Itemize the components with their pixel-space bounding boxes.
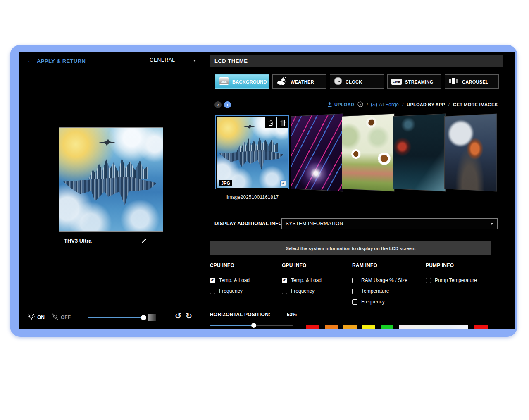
light-on-label[interactable]: ON xyxy=(37,315,45,320)
thumbnail-spaceship-moon[interactable] xyxy=(444,113,497,191)
selected-image-filename: Iimage20251001161817 xyxy=(215,194,289,200)
cpu-temp-load-option[interactable]: Temp. & Load xyxy=(210,277,276,283)
checkbox[interactable] xyxy=(352,299,357,305)
clock-icon xyxy=(334,77,342,87)
horizontal-position-value: 53% xyxy=(287,312,297,317)
tab-clock[interactable]: CLOCK xyxy=(330,74,384,89)
option-label: Temperature xyxy=(361,288,389,294)
tab-background[interactable]: BACKGROUND xyxy=(215,74,269,89)
hint-bar: Select the system information to display… xyxy=(210,241,491,255)
upload-by-app-link[interactable]: UPLOAD BY APP xyxy=(407,102,445,107)
separator: / xyxy=(448,102,450,107)
light-on-icon[interactable] xyxy=(27,313,35,322)
ram-info-group: RAM INFO RAM Usage % / Size Temperature … xyxy=(352,261,418,305)
info-icon[interactable] xyxy=(357,101,363,108)
page-title-bar: LCD THEME xyxy=(210,55,503,67)
color-swatch[interactable] xyxy=(399,325,468,329)
thumbnail-surreal-eyeball-landscape[interactable] xyxy=(342,113,394,191)
slider-thumb[interactable] xyxy=(141,315,146,320)
option-label: Temp. & Load xyxy=(291,277,322,283)
group-title: GPU INFO xyxy=(282,261,348,272)
selected-check-icon[interactable]: ✔ xyxy=(280,180,286,186)
live-icon: LIVE xyxy=(391,79,402,85)
rotate-clockwise-icon[interactable]: ↻ xyxy=(186,311,192,321)
light-off-label[interactable]: OFF xyxy=(61,315,71,320)
horizontal-position-slider[interactable] xyxy=(210,322,293,328)
option-label: Frequency xyxy=(291,288,315,294)
checkbox[interactable] xyxy=(282,278,287,283)
tab-weather[interactable]: WEATHER xyxy=(272,74,326,89)
format-badge: JPG xyxy=(219,180,232,186)
gpu-frequency-option[interactable]: Frequency xyxy=(282,288,348,294)
ai-forge-icon: AI xyxy=(371,103,377,107)
device-name: THV3 Ultra xyxy=(64,238,91,244)
tab-streaming[interactable]: LIVE STREAMING xyxy=(387,74,441,89)
thumbnail-neon-light-tunnel[interactable] xyxy=(291,113,343,191)
tab-label: WEATHER xyxy=(291,79,314,84)
checkbox[interactable] xyxy=(352,278,357,283)
ram-usage-option[interactable]: RAM Usage % / Size xyxy=(352,277,418,283)
color-swatch[interactable] xyxy=(306,325,319,329)
ram-frequency-option[interactable]: Frequency xyxy=(352,299,418,305)
color-swatch[interactable] xyxy=(474,325,488,329)
rotate-counterclockwise-icon[interactable]: ↺ xyxy=(175,311,181,321)
weather-icon xyxy=(276,77,287,87)
back-arrow-icon: ← xyxy=(27,57,33,64)
tab-label: CAROUSEL xyxy=(462,79,488,84)
separator: / xyxy=(367,102,368,107)
ai-forge-label: AI Forge xyxy=(379,102,399,107)
page-title: LCD THEME xyxy=(214,58,248,64)
color-swatch-row xyxy=(306,325,488,329)
color-swatch[interactable] xyxy=(381,325,393,329)
thumbnail-cyberpunk-alley[interactable] xyxy=(393,113,446,191)
app-window-frame: ← APPLY & RETURN GENERAL LCD THEME BACKG… xyxy=(10,45,517,337)
dropdown-value: SYSTEM INFORMATION xyxy=(286,221,490,227)
pump-temperature-option[interactable]: Pump Temperature xyxy=(426,277,492,283)
ai-forge-button[interactable]: AI AI Forge xyxy=(371,102,399,107)
checkbox[interactable] xyxy=(426,278,431,283)
group-title: CPU INFO xyxy=(210,261,276,272)
color-swatch[interactable] xyxy=(343,325,357,329)
upload-icon xyxy=(327,102,332,108)
edit-name-icon[interactable] xyxy=(141,238,147,245)
color-swatch[interactable] xyxy=(362,325,375,329)
thumbnail-floating-city-selected[interactable]: JPG ✔ xyxy=(215,115,289,189)
display-additional-info-label: DISPLAY ADDITIONAL INFO xyxy=(214,221,282,227)
gradient-preview-box[interactable] xyxy=(148,314,156,321)
light-off-icon[interactable] xyxy=(51,313,59,322)
checkbox[interactable] xyxy=(210,289,215,294)
lcd-preview-image xyxy=(59,127,163,232)
tab-carousel[interactable]: CAROUSEL xyxy=(445,74,499,89)
additional-info-dropdown[interactable]: SYSTEM INFORMATION xyxy=(281,218,498,229)
gallery-next-button[interactable]: › xyxy=(224,101,231,108)
apply-return-label: APPLY & RETURN xyxy=(37,58,86,64)
color-swatch[interactable] xyxy=(325,325,338,329)
get-more-images-link[interactable]: GET MORE IMAGES xyxy=(453,102,498,107)
chevron-down-icon[interactable] xyxy=(193,60,196,62)
chevron-down-icon xyxy=(490,223,493,225)
delete-image-button[interactable] xyxy=(265,117,276,128)
adjust-image-button[interactable] xyxy=(277,117,288,128)
image-icon xyxy=(219,77,229,86)
profile-selector[interactable]: GENERAL xyxy=(150,57,175,63)
cpu-frequency-option[interactable]: Frequency xyxy=(210,288,276,294)
checkbox[interactable] xyxy=(282,289,287,294)
separator: / xyxy=(402,102,403,107)
checkbox[interactable] xyxy=(352,289,357,294)
ram-temperature-option[interactable]: Temperature xyxy=(352,288,418,294)
upload-label: UPLOAD xyxy=(334,102,354,107)
horizontal-position-label: HORIZONTAL POSITION: xyxy=(210,312,270,317)
apply-return-button[interactable]: ← APPLY & RETURN xyxy=(27,57,86,64)
gallery-actions: UPLOAD / AI AI Forge / UPLOAD BY APP / G… xyxy=(327,101,498,108)
slider-fill xyxy=(210,325,254,326)
gpu-temp-load-option[interactable]: Temp. & Load xyxy=(282,277,348,283)
tab-label: CLOCK xyxy=(346,79,362,84)
slider-thumb[interactable] xyxy=(251,323,256,328)
theme-tabs: BACKGROUND WEATHER CLOCK LIVE STREAM xyxy=(215,74,499,89)
gallery-prev-button[interactable]: ‹ xyxy=(214,101,222,108)
aircraft-silhouette xyxy=(243,124,255,129)
option-label: Frequency xyxy=(361,299,385,305)
checkbox[interactable] xyxy=(210,278,215,283)
upload-button[interactable]: UPLOAD xyxy=(327,102,354,108)
brightness-slider[interactable] xyxy=(88,314,145,321)
